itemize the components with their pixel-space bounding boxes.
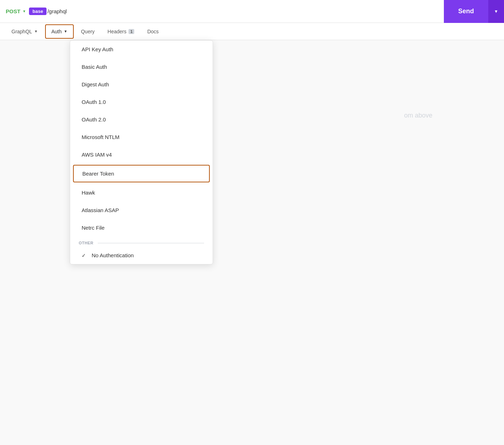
auth-dropdown-menu: API Key Auth Basic Auth Digest Auth OAut…	[70, 40, 213, 264]
headers-badge: 1	[129, 29, 134, 34]
bg-hint-text: om above	[404, 112, 432, 119]
bearer-label: Bearer Token	[82, 171, 114, 177]
tab-docs-label: Docs	[147, 29, 159, 34]
dropdown-item-bearer[interactable]: Bearer Token	[73, 165, 210, 182]
dropdown-item-digest-auth[interactable]: Digest Auth	[70, 76, 213, 93]
method-label: POST	[6, 8, 20, 14]
no-auth-label: No Authentication	[92, 252, 134, 258]
dropdown-item-ntlm[interactable]: Microsoft NTLM	[70, 128, 213, 146]
api-key-label: API Key Auth	[82, 46, 113, 52]
netrc-label: Netrc File	[82, 225, 105, 231]
dropdown-item-oauth2[interactable]: OAuth 2.0	[70, 111, 213, 128]
tab-auth-chevron-icon: ▼	[64, 29, 67, 33]
top-bar: POST ▼ base /graphql Send ▼	[0, 0, 504, 23]
send-button[interactable]: Send	[444, 0, 488, 23]
atlassian-label: Atlassian ASAP	[82, 207, 119, 213]
dropdown-item-api-key[interactable]: API Key Auth	[70, 40, 213, 58]
tab-graphql-chevron-icon: ▼	[34, 29, 38, 33]
dropdown-item-aws[interactable]: AWS IAM v4	[70, 146, 213, 163]
oauth1-label: OAuth 1.0	[82, 99, 106, 105]
send-button-group: Send ▼	[444, 0, 504, 23]
tab-headers[interactable]: Headers 1	[102, 25, 140, 38]
tab-graphql-label: GraphQL	[11, 29, 32, 34]
aws-label: AWS IAM v4	[82, 152, 112, 158]
basic-auth-label: Basic Auth	[82, 64, 107, 70]
send-dropdown-button[interactable]: ▼	[488, 0, 504, 23]
dropdown-item-hawk[interactable]: Hawk	[70, 184, 213, 201]
hawk-label: Hawk	[82, 190, 95, 196]
tab-headers-label: Headers	[107, 29, 126, 34]
tab-graphql[interactable]: GraphQL ▼	[6, 25, 44, 38]
method-selector[interactable]: POST ▼	[6, 8, 26, 14]
url-path[interactable]: /graphql	[47, 8, 67, 14]
other-label: OTHER	[79, 241, 93, 245]
no-auth-checkmark-icon: ✓	[82, 253, 87, 258]
dropdown-item-netrc[interactable]: Netrc File	[70, 219, 213, 236]
dropdown-item-basic-auth[interactable]: Basic Auth	[70, 58, 213, 76]
send-chevron-icon: ▼	[494, 9, 498, 14]
base-tag[interactable]: base	[29, 8, 47, 15]
separator-line	[98, 243, 204, 243]
dropdown-item-oauth1[interactable]: OAuth 1.0	[70, 93, 213, 111]
oauth2-label: OAuth 2.0	[82, 116, 106, 123]
tab-bar: GraphQL ▼ Auth ▼ Query Headers 1 Docs	[0, 23, 504, 40]
digest-auth-label: Digest Auth	[82, 81, 109, 87]
tab-docs[interactable]: Docs	[141, 25, 164, 38]
other-separator: OTHER	[70, 236, 213, 247]
dropdown-item-no-auth[interactable]: ✓ No Authentication	[70, 247, 213, 264]
tab-query-label: Query	[81, 29, 94, 34]
main-content: om above API Key Auth Basic Auth Digest …	[0, 40, 504, 445]
tab-query[interactable]: Query	[75, 25, 100, 38]
tab-auth-label: Auth	[52, 29, 62, 34]
method-chevron-icon: ▼	[23, 9, 26, 13]
ntlm-label: Microsoft NTLM	[82, 134, 120, 140]
dropdown-item-atlassian[interactable]: Atlassian ASAP	[70, 201, 213, 219]
tab-auth[interactable]: Auth ▼	[45, 24, 74, 39]
